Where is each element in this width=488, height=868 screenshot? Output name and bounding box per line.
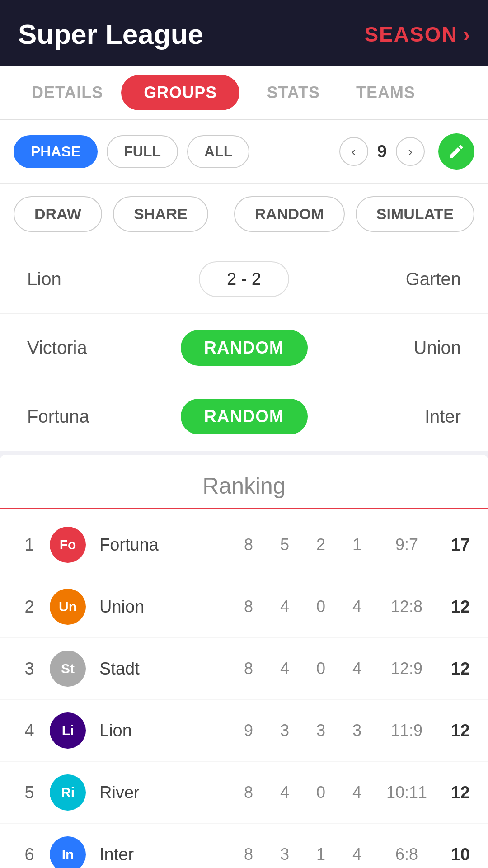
- table-row: 6 In Inter 8 3 1 4 6:8 10: [0, 824, 488, 868]
- points-stat: 17: [443, 535, 470, 555]
- won-stat: 4: [271, 597, 298, 616]
- match-score-2[interactable]: RANDOM: [181, 330, 308, 366]
- points-stat: 12: [443, 783, 470, 802]
- edit-button[interactable]: [438, 133, 474, 170]
- table-row: 3 St Stadt 8 4 0 4 12:9 12: [0, 638, 488, 700]
- rank-number: 1: [18, 535, 41, 555]
- avatar: Fo: [50, 527, 86, 563]
- rank-number: 2: [18, 597, 41, 617]
- goals-stat: 6:8: [380, 845, 434, 864]
- season-label: SEASON: [364, 22, 457, 47]
- table-row: 2 Un Union 8 4 0 4 12:8 12: [0, 576, 488, 638]
- tab-bar: DETAILS GROUPS STATS TEAMS: [0, 66, 488, 120]
- app-title: Super League: [18, 18, 203, 50]
- played-stat: 8: [235, 659, 262, 678]
- matches-section: Lion 2 - 2 Garten Victoria RANDOM Union …: [0, 245, 488, 451]
- ranking-title: Ranking: [0, 455, 488, 508]
- drawn-stat: 0: [307, 783, 334, 802]
- played-stat: 8: [235, 535, 262, 554]
- won-stat: 3: [271, 721, 298, 740]
- won-stat: 4: [271, 783, 298, 802]
- lost-stat: 4: [343, 659, 371, 678]
- points-stat: 12: [443, 721, 470, 741]
- match-home-1: Lion: [27, 269, 199, 289]
- match-away-3: Inter: [308, 406, 461, 427]
- chevron-right-icon[interactable]: ›: [463, 22, 470, 47]
- full-filter[interactable]: FULL: [107, 135, 178, 168]
- rank-number: 5: [18, 783, 41, 802]
- goals-stat: 10:11: [380, 783, 434, 802]
- drawn-stat: 0: [307, 659, 334, 678]
- match-row-1: Lion 2 - 2 Garten: [0, 245, 488, 314]
- won-stat: 5: [271, 535, 298, 554]
- rank-number: 4: [18, 721, 41, 741]
- match-score-3[interactable]: RANDOM: [181, 399, 308, 434]
- avatar: Un: [50, 589, 86, 625]
- match-away-1: Garten: [289, 269, 461, 289]
- prev-page-button[interactable]: ‹: [339, 137, 368, 166]
- team-name: River: [95, 783, 226, 802]
- season-nav[interactable]: SEASON ›: [364, 22, 470, 47]
- pencil-icon: [448, 143, 465, 160]
- draw-button[interactable]: DRAW: [14, 196, 102, 232]
- table-row: 4 Li Lion 9 3 3 3 11:9 12: [0, 700, 488, 762]
- ranking-table: 1 Fo Fortuna 8 5 2 1 9:7 17 2 Un Union 8…: [0, 514, 488, 868]
- lost-stat: 3: [343, 721, 371, 740]
- random-button[interactable]: RANDOM: [234, 196, 345, 232]
- phase-filter[interactable]: PHASE: [14, 135, 98, 168]
- goals-stat: 11:9: [380, 721, 434, 740]
- table-row: 1 Fo Fortuna 8 5 2 1 9:7 17: [0, 514, 488, 576]
- tab-stats[interactable]: STATS: [249, 66, 338, 119]
- points-stat: 12: [443, 597, 470, 617]
- drawn-stat: 0: [307, 597, 334, 616]
- team-name: Fortuna: [95, 535, 226, 555]
- header: Super League SEASON ›: [0, 0, 488, 66]
- avatar: In: [50, 836, 86, 868]
- lost-stat: 4: [343, 783, 371, 802]
- drawn-stat: 2: [307, 535, 334, 554]
- tab-details[interactable]: DETAILS: [14, 66, 121, 119]
- lost-stat: 4: [343, 845, 371, 864]
- ranking-section: Ranking 1 Fo Fortuna 8 5 2 1 9:7 17 2 Un…: [0, 455, 488, 868]
- avatar: St: [50, 651, 86, 687]
- filter-bar: PHASE FULL ALL ‹ 9 ›: [0, 120, 488, 184]
- tab-groups[interactable]: GROUPS: [121, 75, 239, 110]
- played-stat: 8: [235, 597, 262, 616]
- page-navigation: ‹ 9 ›: [339, 133, 474, 170]
- match-row-3: Fortuna RANDOM Inter: [0, 382, 488, 451]
- avatar: Li: [50, 712, 86, 749]
- played-stat: 8: [235, 783, 262, 802]
- drawn-stat: 1: [307, 845, 334, 864]
- share-button[interactable]: SHARE: [113, 196, 208, 232]
- team-name: Stadt: [95, 659, 226, 679]
- match-score-1[interactable]: 2 - 2: [199, 261, 289, 297]
- ranking-divider: [0, 508, 488, 509]
- match-home-2: Victoria: [27, 338, 181, 358]
- points-stat: 12: [443, 659, 470, 679]
- team-name: Union: [95, 597, 226, 617]
- simulate-button[interactable]: SIMULATE: [356, 196, 474, 232]
- page-number: 9: [377, 142, 387, 161]
- won-stat: 3: [271, 845, 298, 864]
- goals-stat: 9:7: [380, 535, 434, 554]
- match-home-3: Fortuna: [27, 406, 181, 427]
- match-row-2: Victoria RANDOM Union: [0, 314, 488, 382]
- drawn-stat: 3: [307, 721, 334, 740]
- goals-stat: 12:9: [380, 659, 434, 678]
- goals-stat: 12:8: [380, 597, 434, 616]
- lost-stat: 1: [343, 535, 371, 554]
- points-stat: 10: [443, 845, 470, 864]
- played-stat: 9: [235, 721, 262, 740]
- table-row: 5 Ri River 8 4 0 4 10:11 12: [0, 762, 488, 824]
- action-bar: DRAW SHARE RANDOM SIMULATE: [0, 184, 488, 245]
- rank-number: 3: [18, 659, 41, 679]
- next-page-button[interactable]: ›: [396, 137, 425, 166]
- played-stat: 8: [235, 845, 262, 864]
- avatar: Ri: [50, 774, 86, 811]
- all-filter[interactable]: ALL: [187, 135, 249, 168]
- match-away-2: Union: [308, 338, 461, 358]
- lost-stat: 4: [343, 597, 371, 616]
- won-stat: 4: [271, 659, 298, 678]
- tab-teams[interactable]: TEAMS: [338, 66, 433, 119]
- rank-number: 6: [18, 845, 41, 864]
